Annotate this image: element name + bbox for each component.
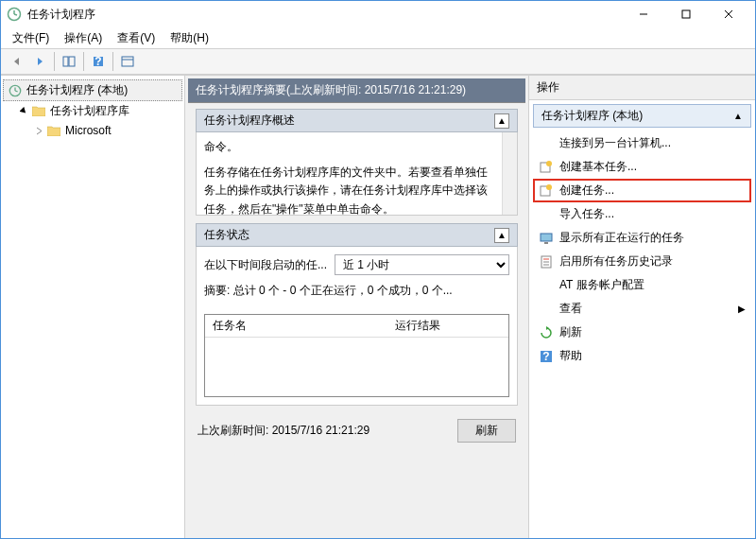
col-result[interactable]: 运行结果 [387, 315, 448, 337]
maximize-button[interactable] [664, 1, 707, 27]
action-view[interactable]: 查看 ▶ [533, 297, 751, 321]
refresh-icon [539, 325, 554, 340]
app-icon [7, 7, 22, 22]
minimize-button[interactable] [622, 1, 664, 27]
status-title: 任务状态 [204, 227, 249, 243]
panel-toggle-button[interactable] [117, 51, 138, 72]
display-icon [539, 231, 554, 246]
toolbar: ? [1, 48, 755, 75]
svg-rect-4 [682, 10, 690, 18]
action-create-basic-label: 创建基本任务... [559, 159, 637, 175]
action-at-config[interactable]: AT 服务帐户配置 [533, 273, 751, 297]
status-panel: 在以下时间段启动的任... 近 1 小时 摘要: 总计 0 个 - 0 个正在运… [196, 247, 518, 406]
action-enable-history[interactable]: 启用所有任务历史记录 [533, 250, 751, 273]
action-show-running[interactable]: 显示所有正在运行的任务 [533, 226, 751, 250]
action-import-label: 导入任务... [559, 206, 614, 222]
center-footer: 上次刷新时间: 2015/7/16 21:21:29 刷新 [196, 413, 518, 444]
refresh-button[interactable]: 刷新 [457, 419, 516, 443]
toolbar-separator [83, 52, 84, 71]
svg-rect-20 [541, 234, 552, 241]
window-title: 任务计划程序 [27, 7, 622, 23]
center-header: 任务计划程序摘要(上次刷新时间: 2015/7/16 21:21:29) [188, 78, 525, 103]
tree-root[interactable]: 任务计划程序 (本地) [3, 79, 182, 101]
svg-line-2 [14, 14, 17, 15]
action-refresh[interactable]: 刷新 [533, 321, 751, 344]
action-show-running-label: 显示所有正在运行的任务 [559, 230, 684, 246]
tree-microsoft-label: Microsoft [65, 124, 112, 137]
actions-subheader-text: 任务计划程序 (本地) [541, 108, 643, 124]
back-button[interactable] [7, 51, 27, 72]
center-pane: 任务计划程序摘要(上次刷新时间: 2015/7/16 21:21:29) 任务计… [185, 76, 528, 538]
svg-line-15 [15, 91, 18, 92]
tree-library-label: 任务计划程序库 [50, 103, 129, 119]
toolbar-separator [54, 52, 55, 71]
svg-point-19 [546, 184, 552, 190]
toolbar-separator [112, 52, 113, 71]
action-import[interactable]: 导入任务... [533, 202, 751, 226]
action-connect-label: 连接到另一台计算机... [559, 135, 671, 151]
action-connect[interactable]: 连接到另一台计算机... [533, 131, 751, 155]
folder-icon [31, 104, 46, 119]
chevron-right-icon: ▶ [738, 304, 746, 314]
period-label: 在以下时间段启动的任... [204, 257, 327, 273]
forward-button[interactable] [29, 51, 50, 72]
tree-root-label: 任务计划程序 (本地) [26, 82, 128, 98]
status-section: 任务状态 ▲ 在以下时间段启动的任... 近 1 小时 摘要: 总计 0 个 -… [196, 223, 518, 406]
app-window: 任务计划程序 文件(F) 操作(A) 查看(V) 帮助(H) ? 任务计划程序 … [0, 0, 756, 539]
menu-help[interactable]: 帮助(H) [163, 28, 216, 48]
status-section-header: 任务状态 ▲ [196, 223, 518, 247]
clock-icon [8, 83, 23, 98]
menu-view[interactable]: 查看(V) [110, 28, 163, 48]
status-summary: 摘要: 总计 0 个 - 0 个正在运行，0 个成功，0 个... [204, 283, 509, 299]
task-list-header: 任务名 运行结果 [205, 315, 508, 338]
tree-microsoft[interactable]: Microsoft [3, 121, 182, 140]
svg-rect-11 [122, 57, 133, 66]
close-button[interactable] [707, 1, 749, 27]
content-area: 任务计划程序 (本地) 任务计划程序库 Microsoft 任务计划程序摘要(上… [1, 75, 755, 538]
overview-line1: 命令。 [204, 138, 492, 156]
collapse-button[interactable]: ▲ [494, 113, 509, 129]
overview-text: 任务存储在任务计划程序库的文件夹中。若要查看单独任务上的操作或执行该操作，请在任… [204, 164, 492, 216]
overview-section-header: 任务计划程序概述 ▲ [196, 109, 518, 132]
center-body: 任务计划程序概述 ▲ 命令。 任务存储在任务计划程序库的文件夹中。若要查看单独任… [188, 103, 525, 535]
actions-subheader[interactable]: 任务计划程序 (本地) ▲ [533, 104, 751, 128]
history-icon [539, 254, 554, 270]
show-hide-tree-button[interactable] [59, 51, 79, 72]
scrollbar[interactable] [502, 132, 517, 215]
menubar: 文件(F) 操作(A) 查看(V) 帮助(H) [1, 27, 755, 48]
col-task-name[interactable]: 任务名 [205, 315, 387, 337]
tree-library[interactable]: 任务计划程序库 [3, 101, 182, 121]
window-controls [622, 1, 749, 27]
action-at-config-label: AT 服务帐户配置 [559, 277, 644, 293]
task-list: 任务名 运行结果 [204, 314, 509, 397]
action-create-task[interactable]: 创建任务... [533, 179, 751, 202]
task-icon [539, 183, 554, 199]
svg-rect-21 [544, 242, 548, 244]
action-view-label: 查看 [559, 301, 582, 317]
action-help-label: 帮助 [559, 348, 582, 364]
action-help[interactable]: ? 帮助 [533, 344, 751, 368]
expander-icon[interactable] [18, 106, 29, 117]
tree-pane: 任务计划程序 (本地) 任务计划程序库 Microsoft [1, 76, 185, 538]
collapse-button[interactable]: ▲ [494, 228, 509, 243]
svg-rect-8 [69, 57, 75, 66]
menu-action[interactable]: 操作(A) [57, 28, 110, 48]
actions-header: 操作 [529, 76, 755, 100]
expander-icon[interactable] [33, 125, 44, 136]
actions-pane: 操作 任务计划程序 (本地) ▲ 连接到另一台计算机... 创建基本任务... … [528, 76, 755, 538]
folder-icon [46, 123, 61, 138]
menu-file[interactable]: 文件(F) [5, 28, 57, 48]
action-refresh-label: 刷新 [559, 324, 582, 340]
action-list: 连接到另一台计算机... 创建基本任务... 创建任务... 导入任务... 显 [529, 131, 755, 368]
chevron-up-icon: ▲ [733, 111, 743, 121]
task-wizard-icon [539, 160, 554, 175]
svg-text:?: ? [94, 55, 101, 68]
action-create-basic[interactable]: 创建基本任务... [533, 155, 751, 179]
help-icon: ? [539, 349, 554, 364]
period-select[interactable]: 近 1 小时 [335, 254, 509, 275]
last-refresh-text: 上次刷新时间: 2015/7/16 21:21:29 [198, 423, 369, 439]
help-toolbar-button[interactable]: ? [88, 51, 109, 72]
svg-rect-7 [63, 57, 68, 66]
svg-point-17 [546, 161, 552, 166]
overview-section: 任务计划程序概述 ▲ 命令。 任务存储在任务计划程序库的文件夹中。若要查看单独任… [196, 109, 518, 216]
